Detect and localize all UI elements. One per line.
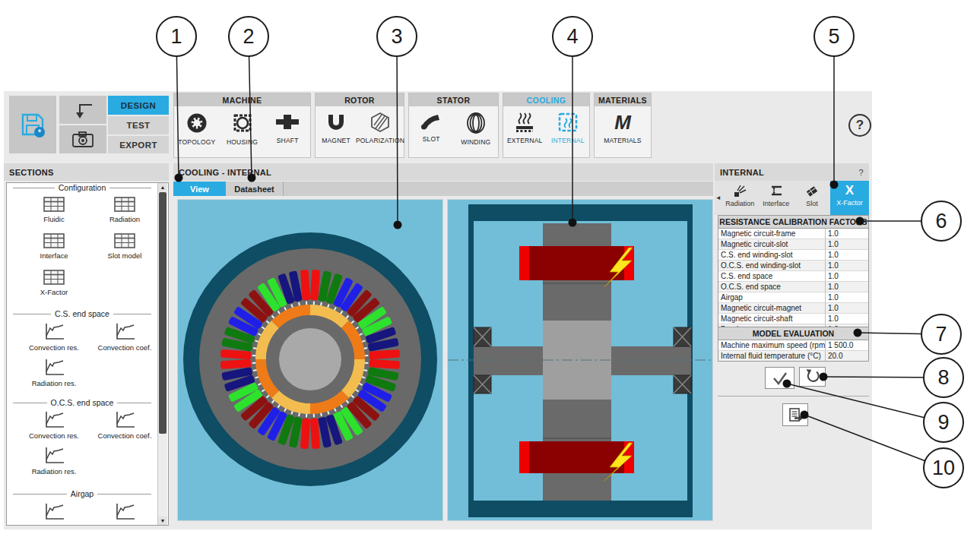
table-grid-icon (43, 270, 65, 285)
sidebar-item-x-factor[interactable]: X-Factor (21, 270, 87, 296)
curve-chart-icon (43, 446, 65, 464)
slot-icon (420, 112, 442, 131)
row-label: Machine maximum speed (rpm) (718, 340, 826, 350)
row-label: Magnetic circuit-magnet (718, 303, 826, 313)
magnet-icon (325, 112, 347, 133)
sidebar-item-ocs-convection-res[interactable]: Convection res. (21, 410, 87, 440)
machine-group: MACHINE TOPOLOGY HOUSING (173, 93, 311, 158)
internal-cooling-icon (557, 112, 579, 133)
model-table-title: MODEL EVALUATION (718, 327, 868, 340)
sidebar-item-slot-model[interactable]: Slot model (92, 233, 157, 260)
table-row: Magnetic circuit-frame1.0 (718, 229, 868, 239)
table-row: O.C.S. end winding-slot1.0 (718, 261, 868, 271)
application-window: * DESIGN TEST EXPORT MACHINE TOPOLOGY (0, 0, 980, 534)
sidebar-item-cs-radiation-res[interactable]: Radiation res. (21, 358, 87, 387)
model-table-rows: Machine maximum speed (rpm)1 500.0Intern… (718, 340, 868, 361)
row-label: C.S. end space (718, 271, 826, 281)
toolbar-item-materials[interactable]: M MATERIALS (599, 112, 646, 144)
sidebar-item-cs-convection-coef[interactable]: Convection coef. (92, 322, 157, 352)
callout-8: 8 (923, 357, 964, 398)
curve-chart-icon (43, 358, 65, 376)
export-mode-button[interactable]: EXPORT (108, 136, 169, 153)
external-cooling-icon (513, 112, 536, 133)
export-report-button[interactable] (782, 403, 808, 426)
reset-button[interactable] (799, 367, 826, 387)
sidebar-item-ocs-radiation-res[interactable]: Radiation res. (21, 446, 87, 476)
callout-2: 2 (228, 16, 269, 57)
row-label: Magnetic circuit-shaft (718, 314, 826, 324)
design-mode-button[interactable]: DESIGN (108, 96, 169, 115)
tabs-scroll-left-icon[interactable]: ◄ (715, 181, 722, 215)
axial-motor-view (448, 200, 712, 520)
materials-icon: M (611, 112, 634, 133)
toolbar-item-label: SHAFT (277, 137, 299, 144)
panel-tab-slot[interactable]: Slot (794, 181, 829, 215)
toolbar-item-slot[interactable]: SLOT (409, 112, 454, 143)
toolbar-item-topology[interactable]: TOPOLOGY (174, 112, 220, 146)
radial-viewport[interactable] (177, 199, 443, 521)
help-button[interactable]: ? (848, 114, 871, 137)
table-row: Airgap1.0 (718, 292, 868, 303)
table-row: Magnetic circuit-magnet1.0 (718, 303, 868, 314)
panel-tab-interface[interactable]: Interface (758, 181, 794, 215)
curve-chart-icon (43, 322, 65, 340)
callout-5: 5 (813, 16, 855, 57)
row-value[interactable]: 1.0 (826, 303, 868, 313)
callout-7: 7 (921, 314, 962, 355)
row-label: Magnetic circuit-frame (718, 229, 826, 239)
row-value[interactable]: 1.0 (826, 271, 868, 281)
scroll-up-icon[interactable]: ▲ (158, 183, 167, 191)
axial-viewport[interactable] (447, 199, 713, 521)
row-value[interactable]: 1.0 (826, 229, 868, 239)
save-floppy-icon: * (19, 111, 46, 138)
sidebar-item-fluidic[interactable]: Fluidic (21, 197, 87, 223)
toolbar-item-internal-cooling[interactable]: INTERNAL (547, 112, 590, 144)
tab-datasheet[interactable]: Datasheet (226, 182, 284, 196)
sidebar-item-radiation[interactable]: Radiation (92, 197, 157, 223)
group-legend: C.S. end space (13, 309, 151, 318)
row-value[interactable]: 1.0 (826, 314, 868, 324)
sidebar-scrollbar[interactable]: ▲ ▼ (157, 183, 167, 525)
curve-chart-icon (43, 502, 65, 520)
shaft-icon (274, 112, 300, 133)
winding-icon (465, 112, 487, 134)
toolbar-item-label: SLOT (423, 135, 440, 143)
scrollbar-thumb[interactable] (159, 192, 167, 434)
toolbar-item-polarization[interactable]: POLARIZATION (357, 112, 404, 144)
import-arrow-button[interactable] (59, 96, 106, 124)
sidebar-item-airgap-2[interactable] (92, 502, 157, 520)
scroll-down-icon[interactable]: ▼ (158, 517, 167, 525)
model-evaluation-table: MODEL EVALUATION Machine maximum speed (… (718, 327, 869, 362)
row-value[interactable]: 1.0 (826, 239, 868, 249)
slot-table-icon (805, 185, 819, 197)
row-value[interactable]: 1.0 (826, 250, 868, 260)
sidebar-item-interface[interactable]: Interface (21, 233, 87, 260)
panel-help-button[interactable]: ? (859, 168, 864, 177)
tab-view[interactable]: View (173, 182, 226, 196)
sidebar-item-ocs-convection-coef[interactable]: Convection coef. (92, 410, 157, 440)
toolbar-item-housing[interactable]: HOUSING (220, 112, 265, 146)
toolbar-item-shaft[interactable]: SHAFT (265, 112, 310, 144)
row-value[interactable]: 1.0 (826, 292, 868, 302)
panel-divider (718, 396, 869, 397)
test-mode-button[interactable]: TEST (108, 116, 169, 134)
sidebar-item-cs-convection-res[interactable]: Convection res. (21, 322, 87, 352)
apply-button[interactable] (765, 367, 794, 389)
rotor-group-header: ROTOR (316, 93, 404, 106)
row-value[interactable]: 1.0 (826, 261, 868, 270)
row-value[interactable]: 1 500.0 (826, 340, 868, 350)
row-value[interactable]: 20.0 (826, 351, 868, 361)
panel-tab-radiation[interactable]: Radiation (722, 181, 757, 215)
sidebar-item-airgap-1[interactable] (21, 502, 87, 520)
callout-1: 1 (156, 16, 197, 57)
row-value[interactable]: 1.0 (826, 282, 868, 292)
callout-6: 6 (921, 201, 962, 242)
toolbar-item-external-cooling[interactable]: EXTERNAL (503, 112, 547, 144)
polarization-icon (369, 112, 391, 133)
toolbar-item-winding[interactable]: WINDING (454, 112, 499, 146)
toolbar-item-magnet[interactable]: MAGNET (316, 112, 357, 144)
screenshot-button[interactable] (59, 125, 106, 153)
group-legend: Configuration (13, 183, 151, 192)
panel-tab-x-factor[interactable]: X X-Factor (830, 181, 869, 215)
save-button[interactable]: * (9, 96, 56, 153)
